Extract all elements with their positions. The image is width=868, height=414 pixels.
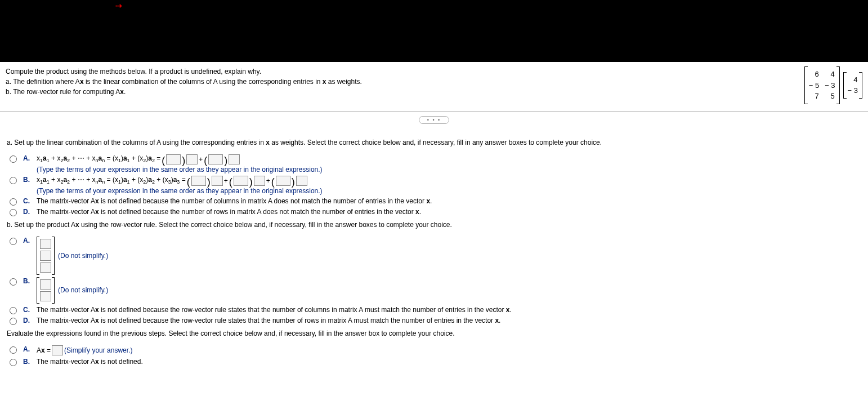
- question-text: Compute the product using the methods be…: [6, 66, 772, 104]
- pa-b-input6[interactable]: [296, 176, 307, 186]
- pa-b-input3[interactable]: [234, 176, 248, 186]
- part-a-a-expression: x1a1 + x2a2 + ⋯ + xnan = (x1)a1 + (x2)a2…: [37, 154, 323, 164]
- pa-a-input1[interactable]: [166, 154, 181, 164]
- option-label: B.: [23, 176, 32, 184]
- part-b-b-vector: (Do not simplify.): [37, 277, 108, 304]
- pb-a-input2[interactable]: [40, 251, 51, 261]
- part-b-a-hint: (Do not simplify.): [58, 252, 108, 260]
- pb-b-input1[interactable]: [40, 279, 51, 290]
- expand-pill-wrap: • • •: [0, 112, 868, 127]
- pa-a-input2[interactable]: [186, 154, 198, 164]
- pa-b-input5[interactable]: [276, 176, 290, 186]
- pa-b-input2[interactable]: [212, 176, 223, 186]
- pa-a-input4[interactable]: [229, 154, 240, 164]
- part-a-a-hint: (Type the terms of your expression in th…: [37, 166, 323, 173]
- eval-option-b: B. The matrix-vector Ax is not defined.: [7, 358, 861, 366]
- part-b-radio-a[interactable]: [10, 238, 17, 245]
- expand-pill[interactable]: • • •: [419, 116, 449, 124]
- part-a-prompt: a. Set up the linear combination of the …: [7, 139, 861, 146]
- header-line2: a. The definition where Ax is the linear…: [6, 77, 772, 87]
- option-label: B.: [23, 358, 32, 366]
- eval-a-hint: (Simplify your answer.): [64, 346, 132, 354]
- part-b-c-text: The matrix-vector Ax is not defined beca…: [37, 306, 512, 314]
- pb-a-input3[interactable]: [40, 262, 51, 273]
- part-b-option-b: B. (Do not simplify.): [7, 277, 861, 304]
- eval-a-input[interactable]: [52, 345, 63, 355]
- eval-radio-b[interactable]: [10, 359, 17, 366]
- part-b-d-text: The matrix-vector Ax is not defined beca…: [37, 317, 500, 324]
- option-label: C.: [23, 306, 32, 314]
- matrix-A: 6 4 − 5 − 3 7 5: [804, 66, 840, 104]
- part-a-radio-a[interactable]: [10, 155, 17, 163]
- part-a-radio-d[interactable]: [10, 209, 17, 216]
- part-a-b-expression: x1a1 + x2a2 + ⋯ + xnan = (x1)a1 + (x2)a2…: [37, 176, 323, 186]
- pa-b-input1[interactable]: [191, 176, 206, 186]
- part-a-radio-b[interactable]: [10, 177, 17, 184]
- red-annotation: ⇢: [115, 1, 122, 10]
- option-label: A.: [23, 154, 32, 162]
- question-header: Compute the product using the methods be…: [0, 62, 868, 112]
- pa-b-input4[interactable]: [254, 176, 265, 186]
- option-label: A.: [23, 237, 32, 244]
- part-b-prompt: b. Set up the product Ax using the row-v…: [7, 221, 861, 229]
- part-a-b-hint: (Type the terms of your expression in th…: [37, 187, 323, 195]
- option-label: A.: [23, 345, 32, 353]
- pb-b-input2[interactable]: [40, 291, 51, 301]
- part-a-d-text: The matrix-vector Ax is not defined beca…: [37, 208, 421, 216]
- part-b-b-hint: (Do not simplify.): [58, 286, 108, 294]
- eval-radio-a[interactable]: [10, 346, 17, 354]
- part-b-a-vector: (Do not simplify.): [37, 237, 108, 275]
- top-black-bar: ⇢: [0, 0, 868, 62]
- part-a-option-a: A. x1a1 + x2a2 + ⋯ + xnan = (x1)a1 + (x2…: [7, 154, 861, 173]
- part-b-option-a: A. (Do not simplify.): [7, 237, 861, 275]
- part-a-option-b: B. x1a1 + x2a2 + ⋯ + xnan = (x1)a1 + (x2…: [7, 176, 861, 195]
- header-line1: Compute the product using the methods be…: [6, 66, 772, 77]
- part-b-radio-d[interactable]: [10, 318, 17, 325]
- eval-a-expression: Ax = (Simplify your answer.): [37, 345, 132, 355]
- eval-option-a: A. Ax = (Simplify your answer.): [7, 345, 861, 355]
- pa-a-input3[interactable]: [208, 154, 223, 164]
- part-b-radio-b[interactable]: [10, 278, 17, 286]
- option-label: B.: [23, 277, 32, 285]
- option-label: D.: [23, 208, 32, 216]
- question-body: a. Set up the linear combination of the …: [0, 127, 868, 380]
- header-line3: b. The row-vector rule for computing Ax.: [6, 87, 772, 97]
- matrix-display: 6 4 − 5 − 3 7 5 4 − 3: [772, 66, 862, 104]
- part-a-option-c: C. The matrix-vector Ax is not defined b…: [7, 197, 861, 206]
- pb-a-input1[interactable]: [40, 239, 51, 249]
- vector-x: 4 − 3: [843, 72, 862, 99]
- option-label: D.: [23, 317, 32, 324]
- part-b-radio-c[interactable]: [10, 307, 17, 314]
- part-b-option-c: C. The matrix-vector Ax is not defined b…: [7, 306, 861, 314]
- eval-prompt: Evaluate the expressions found in the pr…: [7, 330, 861, 337]
- part-b-option-d: D. The matrix-vector Ax is not defined b…: [7, 317, 861, 325]
- part-a-c-text: The matrix-vector Ax is not defined beca…: [37, 197, 432, 205]
- option-label: C.: [23, 197, 32, 205]
- part-a-radio-c[interactable]: [10, 198, 17, 206]
- eval-b-text: The matrix-vector Ax is not defined.: [37, 358, 143, 366]
- part-a-option-d: D. The matrix-vector Ax is not defined b…: [7, 208, 861, 216]
